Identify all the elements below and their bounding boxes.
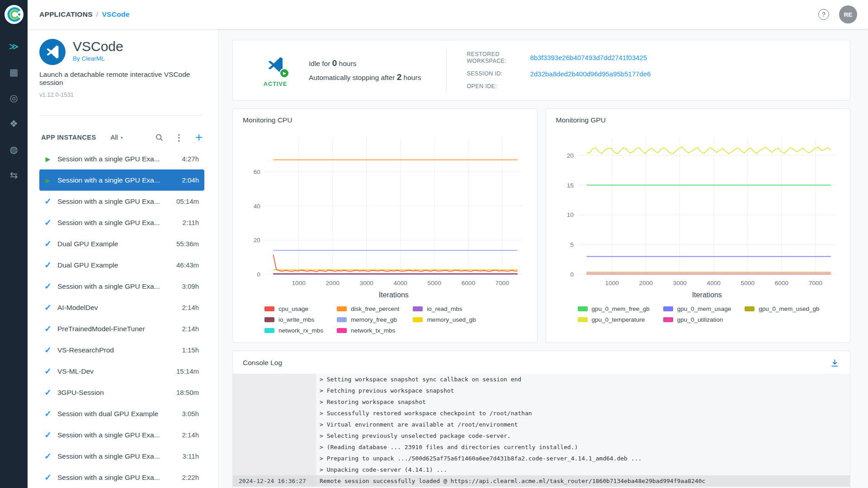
nav-reports-icon[interactable]: ◍ [7,143,21,156]
console-message: > (Reading database ... 23910 files and … [316,441,578,453]
legend-item[interactable]: gpu_0_utilization [663,316,731,323]
legend-item[interactable]: network_tx_mbs [337,327,399,334]
svg-text:7000: 7000 [495,280,509,286]
session-status-card: ▶ ACTIVE Idle for 0 hours Automatically … [232,40,850,101]
console-line: > Restoring workspace snapshot [233,396,850,408]
legend-item[interactable]: memory_free_gb [337,316,399,323]
console-timestamp [233,419,316,430]
instance-name: Session with a single GPU Exa... [57,474,176,482]
list-item[interactable]: ✓Dual GPU Example46:43m [39,254,204,276]
svg-text:1000: 1000 [292,280,306,286]
list-item[interactable]: ✓Session with a single GPU Exa...2:14h [39,424,204,446]
list-item[interactable]: ✓Session with a single GPU Exa...3:11h [39,446,204,467]
console-title: Console Log [243,359,282,367]
breadcrumb-vscode[interactable]: VSCode [102,10,129,19]
legend-swatch [337,317,347,322]
list-item[interactable]: ✓Session with a single GPU Exa...3:09h [39,276,204,297]
instance-name: Session with a single GPU Exa... [57,197,171,206]
legend-item[interactable]: io_write_mbs [264,316,323,323]
list-item[interactable]: ✓Session with a single GPU Exa...2:11h [39,212,204,233]
console-timestamp [233,374,316,385]
legend-item[interactable]: cpu_usage [264,305,323,312]
legend-item[interactable]: gpu_0_mem_used_gb [745,305,819,312]
instance-duration: 4:27h [182,155,199,163]
nav-datasets-icon[interactable]: ◎ [7,91,21,105]
console-log[interactable]: > Setting workspace snapshot sync callba… [233,374,850,488]
running-icon: ▶ [41,177,55,184]
download-log-icon[interactable] [829,357,840,368]
search-icon[interactable] [154,132,165,143]
instance-duration: 2:14h [182,431,199,439]
kebab-menu-icon[interactable]: ⋮ [174,132,184,143]
svg-text:7000: 7000 [808,280,822,286]
legend-item[interactable]: gpu_0_mem_free_gb [578,305,650,312]
legend-item[interactable]: memory_used_gb [413,316,476,323]
console-line: > Preparing to unpack .../500d625af75a6f… [233,453,850,464]
console-message: > Setting workspace snapshot sync callba… [316,374,521,385]
cpu-chart-plot[interactable]: 10002000300040005000600070000204060Itera… [233,126,537,305]
list-item[interactable]: ✓AI-ModelDev2:14h [39,297,204,318]
session-field-value[interactable]: 2d32ba8ded2b400d96d95a95b5177de6 [530,70,836,78]
monitoring-charts-row: Monitoring CPU 1000200030004000500060007… [232,108,850,343]
nav-workers-queues-icon[interactable]: ⇆ [7,169,21,182]
instances-filter-dropdown[interactable]: All ▾ [111,134,123,141]
list-item[interactable]: ✓Session with dual GPU Example3:05h [39,403,204,424]
list-item[interactable]: ✓VS-ML-Dev15:14m [39,361,204,382]
list-item[interactable]: ✓VS-ResearchProd1:15h [39,339,204,361]
completed-check-icon: ✓ [41,281,55,291]
session-field-label: SESSION ID: [467,70,530,77]
nav-projects-icon[interactable]: ▦ [7,66,21,79]
app-header: VSCode By ClearML [39,39,218,65]
session-field-label: OPEN IDE: [467,83,530,90]
svg-text:2000: 2000 [639,280,653,286]
legend-item[interactable]: gpu_0_temperature [578,316,650,323]
console-line: > Selecting previously unselected packag… [233,430,850,441]
app-byline-link[interactable]: By ClearML [73,55,123,62]
list-item[interactable]: ✓3GPU-Session18:50m [39,382,204,403]
panel-divider [39,115,202,116]
gpu-chart-plot[interactable]: 100020003000400050006000700005101520Iter… [546,126,850,305]
filter-value: All [111,134,118,141]
breadcrumb-applications[interactable]: APPLICATIONS [39,10,93,19]
help-icon[interactable]: ? [818,9,829,20]
autostop-hours-value: 2 [397,72,402,82]
list-item[interactable]: ✓Session with a single GPU Exa...2:22h [39,467,204,488]
svg-text:3000: 3000 [360,280,374,286]
avatar[interactable]: RE [839,5,857,23]
instance-duration: 3:11h [183,452,199,460]
legend-swatch [663,317,673,322]
legend-item[interactable]: network_rx_mbs [264,327,323,334]
session-field-value[interactable]: 8b3f3393e26b407493d7dd2741f03425 [530,54,836,61]
clearml-logo[interactable] [4,5,24,24]
list-item[interactable]: ✓Dual GPU Example55:36m [39,233,204,254]
svg-text:1000: 1000 [605,280,619,286]
list-item[interactable]: ✓Session with a single GPU Exa...05:14m [39,191,204,212]
legend-item[interactable]: gpu_0_mem_usage [663,305,731,312]
list-item[interactable]: ▶Session with a single GPU Exa...2:04h [39,169,204,191]
list-item[interactable]: ▶Session with a single GPU Exa...4:27h [39,148,204,169]
console-line: > Successfully restored workspace checkp… [233,408,850,419]
nav-pipelines-icon[interactable]: ❖ [7,117,21,131]
instances-header: APP INSTANCES All ▾ ⋮ + [41,129,204,145]
top-bar: APPLICATIONS / VSCode ? RE [28,0,868,29]
svg-text:10: 10 [566,211,574,218]
clearml-logo-icon [4,5,24,24]
legend-label: memory_used_gb [427,316,476,323]
app-title-block: VSCode By ClearML [73,39,123,62]
completed-check-icon: ✓ [41,345,55,355]
list-item[interactable]: ✓PreTrainedModel-FineTuner2:14h [39,318,204,339]
add-instance-button[interactable]: + [193,132,204,143]
nav-applications-icon[interactable]: ≫ [7,40,21,53]
console-message: > Virtual environment are available at /… [316,419,518,430]
instance-duration: 2:14h [182,304,199,311]
console-log-card: Console Log > Setting workspace snapshot… [232,351,850,488]
legend-item[interactable]: disk_free_percent [337,305,399,312]
legend-label: memory_free_gb [351,316,397,323]
svg-text:40: 40 [254,203,261,210]
chevron-down-icon: ▾ [121,135,123,140]
legend-label: gpu_0_mem_used_gb [759,305,819,312]
instance-duration: 2:14h [182,325,199,333]
completed-check-icon: ✓ [41,472,55,483]
gpu-chart-legend: gpu_0_mem_free_gbgpu_0_mem_usagegpu_0_me… [578,305,846,323]
legend-item[interactable]: io_read_mbs [413,305,476,312]
